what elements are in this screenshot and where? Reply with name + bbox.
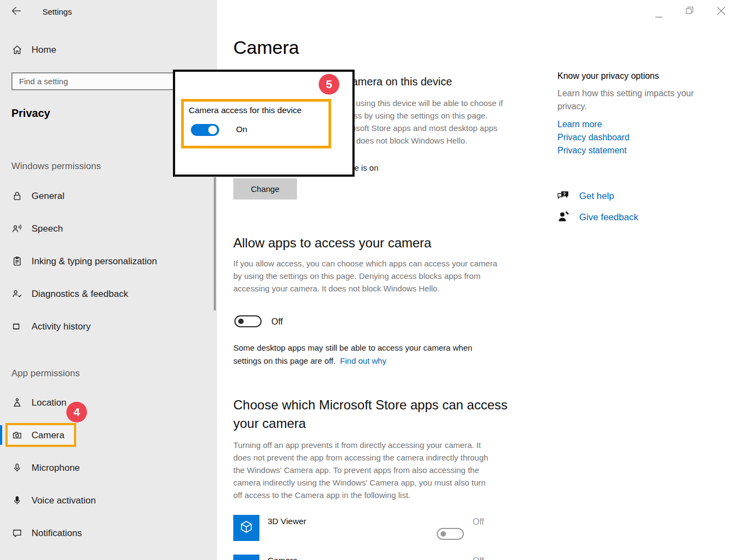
give-feedback-icon — [558, 211, 569, 225]
sidebar-item-label: Home — [32, 41, 56, 59]
lock-icon — [12, 191, 22, 203]
sidebar-item-label: General — [32, 187, 64, 206]
app-name: Camera — [268, 556, 297, 560]
sidebar-item-inking-typing[interactable]: Inking & typing personalization — [0, 252, 217, 271]
camera-highlight-box — [5, 423, 76, 447]
location-icon — [12, 397, 22, 410]
sidebar-item-microphone[interactable]: Microphone — [0, 459, 217, 477]
store-paragraph-line: Turning off an app prevents it from dire… — [233, 440, 481, 450]
get-help-link[interactable]: Get help — [579, 191, 614, 202]
sidebar-scrollbar-thumb[interactable] — [214, 177, 216, 310]
sidebar-section-title: Privacy — [11, 107, 50, 120]
person-check-icon — [12, 289, 22, 301]
microphone-icon — [12, 463, 22, 475]
find-out-why-link[interactable]: Find out why — [340, 356, 386, 365]
app-tile-camera — [233, 555, 259, 560]
cube-icon — [239, 519, 254, 537]
group-header-app-permissions: App permissions — [11, 368, 80, 379]
minimize-button[interactable] — [655, 10, 662, 20]
window-title: Settings — [42, 7, 72, 16]
sidebar-item-diagnostics-feedback[interactable]: Diagnostics & feedback — [0, 285, 217, 303]
sidebar-item-notifications[interactable]: Notifications — [0, 524, 217, 543]
step-badge-5: 5 — [319, 74, 339, 95]
notifications-icon — [12, 528, 22, 540]
privacy-options-heading: Know your privacy options — [557, 71, 659, 81]
store-apps-heading-line2: your camera — [233, 416, 306, 431]
group-header-windows-permissions: Windows permissions — [11, 161, 101, 172]
restore-button[interactable] — [686, 7, 694, 17]
app-tile-3d-viewer — [233, 515, 259, 541]
callout-setting-label: Camera access for this device — [189, 105, 302, 115]
sidebar-item-speech[interactable]: Speech — [0, 220, 217, 238]
selected-accent-bar — [0, 425, 2, 445]
change-button[interactable]: Change — [233, 178, 297, 200]
allow-apps-toggle-state: Off — [271, 317, 283, 327]
clipboard-icon — [12, 256, 22, 269]
apps-note-line: settings on this page are off. Find out … — [233, 356, 386, 365]
sidebar-item-label: Notifications — [32, 524, 82, 543]
voice-activation-icon — [12, 495, 22, 508]
speech-icon — [12, 223, 22, 236]
privacy-options-text: Learn how this setting impacts your — [557, 89, 694, 98]
app-toggle-state: Off — [473, 556, 484, 560]
apps-paragraph-line: If you allow access, you can choose whic… — [233, 259, 497, 268]
sidebar-item-label: Inking & typing personalization — [32, 252, 157, 271]
sidebar-item-home[interactable]: Home — [0, 41, 217, 59]
camera-access-toggle[interactable] — [191, 124, 219, 136]
give-feedback-link[interactable]: Give feedback — [579, 212, 638, 223]
learn-more-link[interactable]: Learn more — [557, 120, 602, 129]
app-toggle-state: Off — [473, 517, 484, 527]
sidebar-item-label: Diagnostics & feedback — [32, 285, 128, 303]
store-paragraph-line: camera indirectly using the Windows' Cam… — [233, 478, 486, 487]
get-help-icon: ? — [557, 190, 569, 204]
privacy-options-text: privacy. — [557, 102, 587, 111]
allow-apps-heading: Allow apps to access your camera — [233, 235, 431, 251]
sidebar-item-label: Microphone — [32, 459, 80, 477]
camera-access-toggle-state: On — [236, 125, 247, 134]
activity-history-icon — [12, 321, 22, 334]
settings-window: { "window": { "title": "Settings" }, "si… — [0, 0, 738, 560]
sidebar-item-activity-history[interactable]: Activity history — [0, 318, 217, 336]
apps-paragraph-line: by using the settings on this page. Deny… — [233, 271, 480, 281]
home-icon — [12, 45, 22, 57]
privacy-statement-link[interactable]: Privacy statement — [557, 146, 627, 155]
sidebar-item-general[interactable]: General — [0, 187, 217, 206]
privacy-dashboard-link[interactable]: Privacy dashboard — [557, 133, 630, 142]
back-icon[interactable] — [11, 6, 22, 18]
sidebar-item-label: Voice activation — [32, 491, 96, 510]
step-badge-4: 4 — [66, 402, 87, 422]
svg-text:?: ? — [563, 191, 566, 197]
apps-note-line: Some desktop apps may still be able to a… — [233, 343, 472, 352]
store-apps-heading-line1: Choose which Microsoft Store apps can ac… — [233, 397, 507, 413]
sidebar-item-location[interactable]: Location — [0, 394, 217, 412]
sidebar-item-label: Speech — [32, 220, 63, 238]
page-title: Camera — [233, 37, 299, 58]
sidebar-item-label: Activity history — [32, 318, 91, 336]
apps-paragraph-line: accessing your camera. It does not block… — [233, 284, 439, 293]
apps-note-text: settings on this page are off. — [233, 356, 336, 365]
sidebar-item-voice-activation[interactable]: Voice activation — [0, 491, 217, 510]
allow-apps-toggle[interactable] — [234, 315, 262, 327]
sidebar-item-label: Location — [32, 394, 66, 412]
store-paragraph-line: off access to the Camera app in the foll… — [233, 490, 411, 500]
store-paragraph-line: the Windows' Camera app. To prevent apps… — [233, 465, 479, 475]
close-icon[interactable] — [717, 7, 725, 17]
store-paragraph-line: does not prevent the app from accessing … — [233, 453, 488, 462]
app-name: 3D Viewer — [268, 517, 306, 526]
app-toggle-3d-viewer[interactable] — [437, 528, 464, 540]
